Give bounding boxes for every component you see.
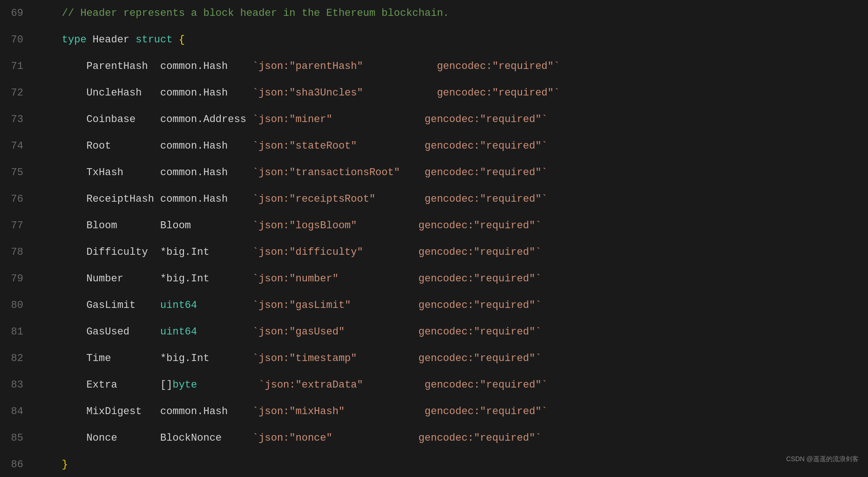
line-number: 82 [0, 345, 33, 372]
code-token [363, 246, 419, 258]
line-number: 72 [0, 80, 33, 106]
code-token: Root common.Hash [37, 140, 252, 152]
code-token: gencodec:"required"` [419, 273, 542, 285]
line-content: type Header struct { [33, 27, 868, 53]
line-content: } [33, 451, 868, 477]
code-token: Extra [] [37, 379, 172, 391]
code-token [357, 140, 425, 152]
line-number: 86 [0, 451, 33, 477]
code-line: 75 TxHash common.Hash `json:"transaction… [0, 159, 868, 186]
code-token: `json:"transactionsRoot" [252, 167, 400, 178]
code-token [400, 167, 425, 178]
code-line: 69 // Header represents a block header i… [0, 0, 868, 27]
code-container: 69 // Header represents a block header i… [0, 0, 868, 477]
code-token: gencodec:"required"` [425, 406, 548, 417]
line-number: 71 [0, 53, 33, 80]
line-content: MixDigest common.Hash `json:"mixHash" ge… [33, 398, 868, 425]
code-line: 71 ParentHash common.Hash `json:"parentH… [0, 53, 868, 80]
line-content: GasUsed uint64 `json:"gasUsed" gencodec:… [33, 319, 868, 345]
code-token: gencodec:"required"` [419, 353, 542, 364]
code-token: GasUsed [37, 326, 160, 338]
code-token [37, 459, 62, 470]
code-token: gencodec:"required"` [419, 246, 542, 258]
line-number: 81 [0, 319, 33, 345]
code-token [351, 300, 418, 311]
line-number: 80 [0, 292, 33, 319]
code-line: 73 Coinbase common.Address `json:"miner"… [0, 106, 868, 133]
code-line: 86 } [0, 451, 868, 477]
code-token: struct [136, 34, 172, 46]
code-token: gencodec:"required"` [437, 61, 560, 72]
code-token: `json:"number" [252, 273, 339, 285]
code-line: 84 MixDigest common.Hash `json:"mixHash"… [0, 398, 868, 425]
code-token [197, 300, 252, 311]
line-number: 83 [0, 372, 33, 398]
code-token: `json:"difficulty" [252, 246, 363, 258]
line-number: 69 [0, 0, 33, 27]
line-content: Number *big.Int `json:"number" gencodec:… [33, 266, 868, 292]
watermark: CSDN @遥遥的流浪剑客 [786, 446, 859, 472]
line-content: Time *big.Int `json:"timestamp" gencodec… [33, 345, 868, 372]
code-token: `json:"extraData" [258, 379, 363, 391]
line-number: 78 [0, 239, 33, 266]
code-token: `json:"miner" [252, 114, 332, 125]
code-line: 83 Extra []byte `json:"extraData" gencod… [0, 372, 868, 398]
code-token: `json:"nonce" [252, 432, 332, 444]
line-number: 79 [0, 266, 33, 292]
code-token [375, 193, 425, 205]
code-token [197, 326, 252, 338]
code-token: `json:"mixHash" [252, 406, 345, 417]
code-token: `json:"receiptsRoot" [252, 193, 375, 205]
code-token: gencodec:"required"` [425, 379, 548, 391]
code-token [332, 114, 425, 125]
code-token [363, 379, 425, 391]
line-content: Bloom Bloom `json:"logsBloom" gencodec:"… [33, 212, 868, 239]
code-token [197, 379, 258, 391]
code-line: 80 GasLimit uint64 `json:"gasLimit" genc… [0, 292, 868, 319]
code-line: 79 Number *big.Int `json:"number" gencod… [0, 266, 868, 292]
code-line: 76 ReceiptHash common.Hash `json:"receip… [0, 186, 868, 212]
line-content: ParentHash common.Hash `json:"parentHash… [33, 53, 868, 80]
code-token: GasLimit [37, 300, 160, 311]
line-content: TxHash common.Hash `json:"transactionsRo… [33, 159, 868, 186]
line-number: 73 [0, 106, 33, 133]
line-number: 76 [0, 186, 33, 212]
code-line: 72 UncleHash common.Hash `json:"sha3Uncl… [0, 80, 868, 106]
line-content: Root common.Hash `json:"stateRoot" genco… [33, 133, 868, 159]
code-token [345, 326, 418, 338]
line-number: 74 [0, 133, 33, 159]
code-token: Coinbase common.Address [37, 114, 252, 125]
code-token [357, 220, 419, 232]
line-number: 85 [0, 425, 33, 451]
code-token: Nonce BlockNonce [37, 432, 252, 444]
line-content: ReceiptHash common.Hash `json:"receiptsR… [33, 186, 868, 212]
code-token: `json:"stateRoot" [252, 140, 357, 152]
code-token: // Header represents a block header in t… [37, 7, 449, 19]
line-number: 84 [0, 398, 33, 425]
line-content: // Header represents a block header in t… [33, 0, 868, 27]
code-line: 85 Nonce BlockNonce `json:"nonce" gencod… [0, 425, 868, 451]
code-token [357, 353, 419, 364]
code-token: gencodec:"required"` [425, 114, 548, 125]
code-token: ReceiptHash common.Hash [37, 193, 252, 205]
code-token: gencodec:"required"` [419, 220, 542, 232]
code-token: gencodec:"required"` [437, 87, 560, 99]
line-content: Extra []byte `json:"extraData" gencodec:… [33, 372, 868, 398]
code-token [363, 87, 437, 99]
code-token [363, 61, 437, 72]
code-token: Header [87, 34, 136, 46]
code-line: 78 Difficulty *big.Int `json:"difficulty… [0, 239, 868, 266]
code-token: byte [172, 379, 197, 391]
code-token: { [172, 34, 184, 46]
code-token: UncleHash common.Hash [37, 87, 252, 99]
code-token: Bloom Bloom [37, 220, 252, 232]
code-token: gencodec:"required"` [425, 140, 548, 152]
code-token: gencodec:"required"` [425, 193, 548, 205]
code-token [339, 273, 419, 285]
code-token: `json:"gasLimit" [252, 300, 351, 311]
code-line: 70 type Header struct { [0, 27, 868, 53]
line-number: 75 [0, 159, 33, 186]
code-token [37, 34, 62, 46]
code-line: 77 Bloom Bloom `json:"logsBloom" gencode… [0, 212, 868, 239]
line-content: Coinbase common.Address `json:"miner" ge… [33, 106, 868, 133]
